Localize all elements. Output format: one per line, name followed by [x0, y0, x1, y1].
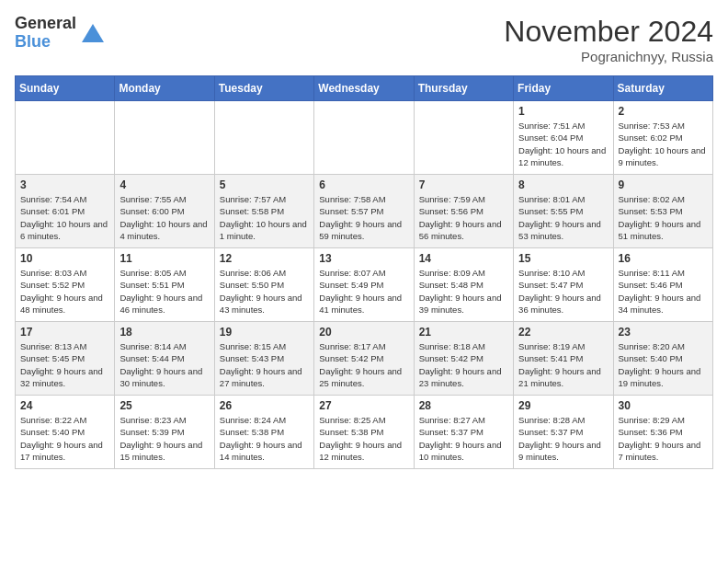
calendar-week-row: 10Sunrise: 8:03 AM Sunset: 5:52 PM Dayli… — [16, 248, 713, 322]
day-info: Sunrise: 8:13 AM Sunset: 5:45 PM Dayligh… — [20, 341, 103, 388]
day-number: 20 — [319, 326, 408, 339]
day-info: Sunrise: 7:55 AM Sunset: 6:00 PM Dayligh… — [119, 194, 207, 241]
day-number: 19 — [220, 326, 309, 339]
day-number: 12 — [220, 252, 309, 265]
day-info: Sunrise: 8:01 AM Sunset: 5:55 PM Dayligh… — [518, 194, 601, 241]
day-number: 21 — [419, 326, 508, 339]
calendar-cell: 15Sunrise: 8:10 AM Sunset: 5:47 PM Dayli… — [514, 248, 613, 322]
location: Pogranichnyy, Russia — [504, 49, 713, 64]
calendar-cell — [214, 101, 313, 175]
calendar-table: SundayMondayTuesdayWednesdayThursdayFrid… — [15, 75, 713, 469]
day-number: 7 — [419, 178, 508, 191]
day-info: Sunrise: 8:29 AM Sunset: 5:36 PM Dayligh… — [619, 415, 701, 462]
day-info: Sunrise: 8:20 AM Sunset: 5:40 PM Dayligh… — [619, 341, 701, 388]
day-info: Sunrise: 8:11 AM Sunset: 5:46 PM Dayligh… — [619, 268, 701, 315]
calendar-cell: 29Sunrise: 8:28 AM Sunset: 5:37 PM Dayli… — [514, 396, 613, 469]
day-info: Sunrise: 8:23 AM Sunset: 5:39 PM Dayligh… — [119, 415, 202, 462]
calendar-cell: 27Sunrise: 8:25 AM Sunset: 5:38 PM Dayli… — [314, 396, 414, 469]
day-number: 4 — [119, 178, 209, 191]
calendar-cell: 30Sunrise: 8:29 AM Sunset: 5:36 PM Dayli… — [613, 396, 712, 469]
day-number: 25 — [119, 399, 209, 412]
day-number: 17 — [20, 326, 109, 339]
day-number: 3 — [20, 178, 109, 191]
calendar-cell: 2Sunrise: 7:53 AM Sunset: 6:02 PM Daylig… — [613, 101, 712, 175]
day-info: Sunrise: 8:02 AM Sunset: 5:53 PM Dayligh… — [619, 194, 701, 241]
calendar-cell: 28Sunrise: 8:27 AM Sunset: 5:37 PM Dayli… — [414, 396, 513, 469]
calendar-cell: 19Sunrise: 8:15 AM Sunset: 5:43 PM Dayli… — [214, 322, 313, 396]
weekday-header: Tuesday — [214, 76, 313, 101]
day-info: Sunrise: 7:57 AM Sunset: 5:58 PM Dayligh… — [220, 194, 307, 241]
day-info: Sunrise: 7:53 AM Sunset: 6:02 PM Dayligh… — [619, 121, 706, 167]
logo-general-text: General — [15, 15, 76, 33]
day-info: Sunrise: 8:17 AM Sunset: 5:42 PM Dayligh… — [319, 341, 402, 388]
day-info: Sunrise: 8:09 AM Sunset: 5:48 PM Dayligh… — [419, 268, 502, 315]
day-number: 14 — [419, 252, 508, 265]
calendar-cell: 4Sunrise: 7:55 AM Sunset: 6:00 PM Daylig… — [115, 175, 214, 248]
weekday-header: Sunday — [16, 76, 115, 101]
calendar-cell — [314, 101, 414, 175]
day-info: Sunrise: 8:07 AM Sunset: 5:49 PM Dayligh… — [319, 268, 402, 315]
calendar-cell: 22Sunrise: 8:19 AM Sunset: 5:41 PM Dayli… — [514, 322, 613, 396]
calendar-week-row: 3Sunrise: 7:54 AM Sunset: 6:01 PM Daylig… — [16, 175, 713, 248]
calendar-cell: 9Sunrise: 8:02 AM Sunset: 5:53 PM Daylig… — [613, 175, 712, 248]
day-info: Sunrise: 7:59 AM Sunset: 5:56 PM Dayligh… — [419, 194, 502, 241]
day-number: 18 — [119, 326, 209, 339]
day-number: 15 — [518, 252, 608, 265]
calendar-cell: 20Sunrise: 8:17 AM Sunset: 5:42 PM Dayli… — [314, 322, 414, 396]
calendar-cell: 25Sunrise: 8:23 AM Sunset: 5:39 PM Dayli… — [115, 396, 214, 469]
day-info: Sunrise: 8:03 AM Sunset: 5:52 PM Dayligh… — [20, 268, 103, 315]
calendar-cell: 6Sunrise: 7:58 AM Sunset: 5:57 PM Daylig… — [314, 175, 414, 248]
logo: General Blue — [15, 15, 106, 52]
calendar-cell: 14Sunrise: 8:09 AM Sunset: 5:48 PM Dayli… — [414, 248, 513, 322]
page-header: General Blue November 2024 Pogranichnyy,… — [15, 15, 713, 64]
calendar-cell — [414, 101, 513, 175]
calendar-cell: 7Sunrise: 7:59 AM Sunset: 5:56 PM Daylig… — [414, 175, 513, 248]
day-number: 6 — [319, 178, 408, 191]
day-info: Sunrise: 7:58 AM Sunset: 5:57 PM Dayligh… — [319, 194, 402, 241]
calendar-week-row: 17Sunrise: 8:13 AM Sunset: 5:45 PM Dayli… — [16, 322, 713, 396]
day-number: 13 — [319, 252, 408, 265]
day-info: Sunrise: 7:51 AM Sunset: 6:04 PM Dayligh… — [518, 121, 606, 167]
calendar-cell — [16, 101, 115, 175]
calendar-cell: 8Sunrise: 8:01 AM Sunset: 5:55 PM Daylig… — [514, 175, 613, 248]
logo-blue-text: Blue — [15, 33, 76, 52]
day-info: Sunrise: 8:19 AM Sunset: 5:41 PM Dayligh… — [518, 341, 601, 388]
calendar-cell: 23Sunrise: 8:20 AM Sunset: 5:40 PM Dayli… — [613, 322, 712, 396]
day-number: 24 — [20, 399, 109, 412]
day-info: Sunrise: 8:27 AM Sunset: 5:37 PM Dayligh… — [419, 415, 502, 462]
calendar-cell: 17Sunrise: 8:13 AM Sunset: 5:45 PM Dayli… — [16, 322, 115, 396]
day-number: 29 — [518, 399, 608, 412]
calendar-cell: 10Sunrise: 8:03 AM Sunset: 5:52 PM Dayli… — [16, 248, 115, 322]
day-number: 9 — [619, 178, 708, 191]
month-title: November 2024 — [504, 15, 713, 49]
day-number: 30 — [619, 399, 708, 412]
calendar-week-row: 1Sunrise: 7:51 AM Sunset: 6:04 PM Daylig… — [16, 101, 713, 175]
day-number: 10 — [20, 252, 109, 265]
day-info: Sunrise: 8:06 AM Sunset: 5:50 PM Dayligh… — [220, 268, 302, 315]
weekday-header: Thursday — [414, 76, 513, 101]
calendar-cell: 13Sunrise: 8:07 AM Sunset: 5:49 PM Dayli… — [314, 248, 414, 322]
day-number: 23 — [619, 326, 708, 339]
day-number: 1 — [518, 105, 608, 118]
day-number: 11 — [119, 252, 209, 265]
weekday-header: Wednesday — [314, 76, 414, 101]
calendar-week-row: 24Sunrise: 8:22 AM Sunset: 5:40 PM Dayli… — [16, 396, 713, 469]
day-info: Sunrise: 8:14 AM Sunset: 5:44 PM Dayligh… — [119, 341, 202, 388]
day-info: Sunrise: 8:18 AM Sunset: 5:42 PM Dayligh… — [419, 341, 502, 388]
weekday-header: Monday — [115, 76, 214, 101]
day-number: 28 — [419, 399, 508, 412]
day-info: Sunrise: 8:10 AM Sunset: 5:47 PM Dayligh… — [518, 268, 601, 315]
calendar-cell: 24Sunrise: 8:22 AM Sunset: 5:40 PM Dayli… — [16, 396, 115, 469]
weekday-header-row: SundayMondayTuesdayWednesdayThursdayFrid… — [16, 76, 713, 101]
calendar-cell: 11Sunrise: 8:05 AM Sunset: 5:51 PM Dayli… — [115, 248, 214, 322]
calendar-cell: 18Sunrise: 8:14 AM Sunset: 5:44 PM Dayli… — [115, 322, 214, 396]
calendar-cell: 26Sunrise: 8:24 AM Sunset: 5:38 PM Dayli… — [214, 396, 313, 469]
day-number: 16 — [619, 252, 708, 265]
day-info: Sunrise: 8:05 AM Sunset: 5:51 PM Dayligh… — [119, 268, 202, 315]
calendar-cell — [115, 101, 214, 175]
day-info: Sunrise: 8:25 AM Sunset: 5:38 PM Dayligh… — [319, 415, 402, 462]
calendar-cell: 1Sunrise: 7:51 AM Sunset: 6:04 PM Daylig… — [514, 101, 613, 175]
day-info: Sunrise: 8:15 AM Sunset: 5:43 PM Dayligh… — [220, 341, 302, 388]
day-number: 8 — [518, 178, 608, 191]
logo-icon — [80, 20, 106, 46]
